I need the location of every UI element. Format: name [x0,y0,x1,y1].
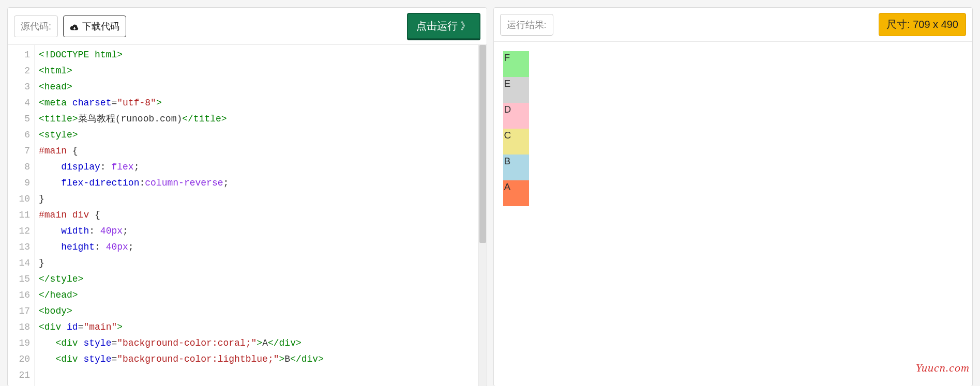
line-number: 1 [8,47,30,63]
line-number: 11 [8,207,30,223]
code-line[interactable]: <html> [39,63,483,79]
flex-box: E [503,77,529,103]
code-line[interactable]: <div id="main"> [39,319,483,335]
code-line[interactable]: <!DOCTYPE html> [39,47,483,63]
line-number: 15 [8,271,30,287]
code-line[interactable]: } [39,255,483,271]
code-line[interactable]: } [39,191,483,207]
flex-box: F [503,51,529,77]
line-number: 6 [8,127,30,143]
scrollbar-track[interactable] [478,45,487,386]
line-number: 14 [8,255,30,271]
result-panel: 运行结果: 尺寸: 709 x 490 ABCDEF [493,7,973,386]
flex-box: A [503,180,529,206]
line-gutter: 12345678910111213141516171819202122 [8,45,35,386]
code-line[interactable]: flex-direction:column-reverse; [39,175,483,191]
code-line[interactable]: <head> [39,79,483,95]
line-number: 18 [8,319,30,335]
line-number: 5 [8,111,30,127]
run-button[interactable]: 点击运行 》 [407,13,480,39]
watermark: Yuucn.com [916,361,970,375]
code-line[interactable]: </head> [39,287,483,303]
size-indicator: 尺寸: 709 x 490 [879,13,966,36]
line-number: 13 [8,239,30,255]
line-number: 10 [8,191,30,207]
code-line[interactable]: <title>菜鸟教程(runoob.com)</title> [39,111,483,127]
result-area: ABCDEF [494,42,973,383]
code-line[interactable]: </style> [39,271,483,287]
cloud-download-icon [70,23,79,30]
result-panel-head: 运行结果: 尺寸: 709 x 490 [494,8,973,42]
line-number: 8 [8,159,30,175]
flex-box: C [503,129,529,155]
line-number: 22 [8,383,30,386]
line-number: 12 [8,223,30,239]
code-line[interactable]: #main { [39,143,483,159]
source-panel: 源代码: 下载代码 点击运行 》 12345678910111213141516… [7,7,487,386]
code-line[interactable]: display: flex; [39,159,483,175]
line-number: 21 [8,367,30,383]
line-number: 20 [8,351,30,367]
code-line[interactable]: <div style="background-color:lightblue;"… [39,351,483,367]
line-number: 3 [8,79,30,95]
source-panel-head: 源代码: 下载代码 点击运行 》 [8,8,487,45]
download-label: 下载代码 [82,20,119,33]
line-number: 4 [8,95,30,111]
code-line[interactable]: <body> [39,303,483,319]
code-line[interactable]: width: 40px; [39,223,483,239]
line-number: 16 [8,287,30,303]
code-line[interactable]: #main div { [39,207,483,223]
code-line[interactable]: <div style="background-color:coral;">A</… [39,335,483,351]
code-line[interactable]: <style> [39,127,483,143]
line-number: 7 [8,143,30,159]
result-label: 运行结果: [500,14,553,36]
source-label: 源代码: [14,16,58,37]
code-line[interactable]: <meta charset="utf-8"> [39,95,483,111]
scrollbar-thumb[interactable] [479,45,486,243]
line-number: 17 [8,303,30,319]
flex-main: ABCDEF [503,51,529,206]
flex-box: D [503,103,529,129]
code-line[interactable]: height: 40px; [39,239,483,255]
line-number: 19 [8,335,30,351]
flex-box: B [503,155,529,180]
download-button[interactable]: 下载代码 [63,16,126,37]
line-number: 9 [8,175,30,191]
line-number: 2 [8,63,30,79]
code-area[interactable]: <!DOCTYPE html><html><head><meta charset… [35,45,487,386]
code-editor[interactable]: 12345678910111213141516171819202122 <!DO… [8,45,487,386]
